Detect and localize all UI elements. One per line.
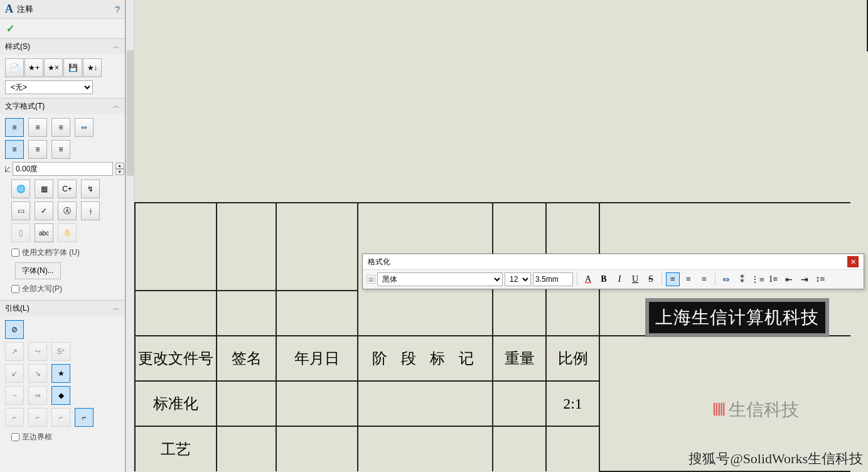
edit-text-content[interactable]: 上海生信计算机科技 bbox=[655, 308, 819, 327]
fit-width-icon[interactable]: ⇔ bbox=[75, 118, 94, 137]
chevron-up-icon: ︿ bbox=[113, 101, 120, 112]
drawing-canvas[interactable]: 更改文件号 签名 年月日 阶 段 标 记 重量 比例 标准化 2:1 工艺 \\… bbox=[134, 0, 868, 472]
arrow1-icon: → bbox=[5, 386, 24, 405]
annotation-icon: A bbox=[5, 3, 13, 16]
jog4-icon[interactable]: ⌐ bbox=[75, 408, 94, 427]
arrow3-icon[interactable]: ◆ bbox=[51, 386, 70, 405]
cell-change-doc: 更改文件号 bbox=[135, 336, 217, 381]
angle-input[interactable] bbox=[13, 162, 113, 176]
section-style-head[interactable]: 样式(S) ︿ bbox=[0, 39, 125, 55]
color-icon[interactable]: A bbox=[581, 272, 595, 286]
section-textformat-title: 文字格式(T) bbox=[5, 101, 45, 112]
property-panel: A 注释 ? ✓ 样式(S) ︿ 📄 ★+ ★× 💾 ★↓ <无> 文字格式(T… bbox=[0, 0, 126, 472]
style-load-icon[interactable]: ★↓ bbox=[83, 58, 102, 77]
to-border-checkbox[interactable]: 至边界框 bbox=[5, 430, 120, 444]
ok-button[interactable]: ✓ bbox=[6, 23, 14, 34]
align-right-icon[interactable]: ≡ bbox=[51, 118, 70, 137]
cell-weight: 重量 bbox=[493, 336, 546, 381]
scrollbar-thumb[interactable] bbox=[127, 50, 134, 176]
outdent-icon[interactable]: ⇤ bbox=[782, 272, 796, 286]
link-icon[interactable]: 🌐 bbox=[11, 180, 30, 198]
bold-icon[interactable]: B bbox=[597, 272, 611, 286]
arrow2-icon: ⇒ bbox=[28, 386, 47, 405]
valign-bottom-icon[interactable]: ≡ bbox=[51, 140, 70, 159]
add-symbol-icon[interactable]: C+ bbox=[58, 180, 77, 198]
cell-scale: 比例 bbox=[546, 336, 599, 381]
leader-bent-icon: ⤳ bbox=[28, 342, 47, 361]
jog1-icon: ⌐ bbox=[5, 408, 24, 427]
abc-icon[interactable]: abc bbox=[35, 223, 53, 242]
align-center-icon[interactable]: ≡ bbox=[28, 118, 47, 137]
font-select[interactable]: 黑体 bbox=[377, 272, 503, 286]
cell-standardize: 标准化 bbox=[135, 381, 217, 426]
ruler-icon[interactable]: ⟊ bbox=[81, 201, 100, 220]
cell-scale-value: 2:1 bbox=[546, 381, 599, 426]
text-edit-box[interactable]: 上海生信计算机科技 bbox=[645, 298, 829, 337]
spellcheck-icon[interactable]: ✓ bbox=[35, 201, 53, 220]
watermark-text: 搜狐号@SolidWorks生信科技 bbox=[689, 449, 863, 468]
section-leader: 引线(L) ︿ ⊘ ↗ ⤳ Sˣ ↙ ↘ ★ → ⇒ ◆ ⌐ ⌐ bbox=[0, 300, 125, 448]
justify-center-icon[interactable]: ≡ bbox=[682, 272, 695, 286]
style-save-icon[interactable]: 💾 bbox=[63, 58, 82, 77]
jog3-icon: ⌐ bbox=[51, 408, 70, 427]
leader-straight-icon: ↗ bbox=[5, 342, 24, 361]
section-text-format: 文字格式(T) ︿ ≡ ≡ ≡ ⇔ ≡ ≡ ≡ ⟀ ▴ ▾ bbox=[0, 98, 125, 300]
valign-top-icon[interactable]: ≡ bbox=[5, 140, 24, 159]
logo-lines-icon: \\\\\ bbox=[709, 400, 726, 420]
panel-title: 注释 bbox=[17, 4, 115, 15]
section-leader-title: 引线(L) bbox=[5, 303, 29, 314]
font-a-icon[interactable]: Ⓐ bbox=[58, 201, 77, 220]
number-icon[interactable]: 1≡ bbox=[766, 272, 780, 286]
justify-left-icon[interactable]: ≡ bbox=[666, 272, 680, 286]
fit-icon[interactable]: ⇔ bbox=[719, 272, 733, 286]
help-icon[interactable]: ? bbox=[115, 4, 120, 14]
leader-right-icon: ↘ bbox=[28, 364, 47, 383]
section-leader-head[interactable]: 引线(L) ︿ bbox=[0, 301, 125, 316]
cell-date: 年月日 bbox=[276, 336, 358, 381]
align-left-icon[interactable]: ≡ bbox=[5, 118, 24, 137]
cell-stage-mark: 阶 段 标 记 bbox=[358, 336, 493, 381]
font-button[interactable]: 字体(N)... bbox=[15, 262, 61, 279]
watermark-logo: \\\\\ 生信科技 bbox=[712, 398, 799, 422]
leader-left-icon: ↙ bbox=[5, 364, 24, 383]
anchor-icon[interactable]: ↯ bbox=[81, 180, 100, 198]
angle-up-icon[interactable]: ▴ bbox=[115, 163, 124, 169]
italic-icon[interactable]: I bbox=[613, 272, 626, 286]
close-icon[interactable]: ✕ bbox=[847, 256, 859, 267]
all-caps-checkbox[interactable]: 全部大写(P) bbox=[5, 282, 120, 296]
justify-right-icon[interactable]: ≡ bbox=[697, 272, 711, 286]
cell-signature: 签名 bbox=[217, 336, 276, 381]
panel-scrollbar[interactable] bbox=[126, 0, 134, 472]
strikethrough-icon[interactable]: S bbox=[644, 272, 658, 286]
leader-auto-icon[interactable]: ★ bbox=[51, 364, 70, 383]
stack-icon[interactable]: ⁑ bbox=[735, 272, 749, 286]
underline-icon[interactable]: U bbox=[628, 272, 642, 286]
indent-icon[interactable]: ⇥ bbox=[798, 272, 812, 286]
cell-process: 工艺 bbox=[135, 426, 217, 471]
logo-text: 生信科技 bbox=[729, 398, 799, 422]
confirm-row: ✓ bbox=[0, 19, 125, 38]
bullet-icon[interactable]: ⋮≡ bbox=[751, 272, 764, 286]
chevron-up-icon: ︿ bbox=[113, 303, 120, 314]
doc-icon: ▤ bbox=[367, 275, 375, 284]
chevron-up-icon: ︿ bbox=[113, 41, 120, 52]
style-add-icon[interactable]: ★+ bbox=[24, 58, 43, 77]
size-select[interactable]: 12 bbox=[505, 272, 531, 286]
use-doc-font-checkbox[interactable]: 使用文档字体 (U) bbox=[5, 245, 120, 260]
leader-none-icon[interactable]: ⊘ bbox=[5, 320, 24, 339]
style-remove-icon[interactable]: ★× bbox=[44, 58, 63, 77]
style-dropdown[interactable]: <无> bbox=[5, 80, 93, 94]
leader-spline-icon: Sˣ bbox=[51, 342, 70, 361]
format-toolbar: 格式化 ✕ ▤ 黑体 12 A B I U S ≡ ≡ ≡ ⇔ ⁑ ⋮≡ 1≡ … bbox=[362, 254, 864, 289]
textbox-icon[interactable]: ▭ bbox=[11, 201, 30, 220]
section-textformat-head[interactable]: 文字格式(T) ︿ bbox=[0, 99, 125, 114]
format-title: 格式化 bbox=[368, 257, 390, 267]
section-style: 样式(S) ︿ 📄 ★+ ★× 💾 ★↓ <无> bbox=[0, 38, 125, 98]
hand-icon: ✋ bbox=[58, 223, 77, 242]
angle-down-icon[interactable]: ▾ bbox=[115, 169, 124, 175]
table-icon[interactable]: ▦ bbox=[35, 180, 53, 198]
valign-middle-icon[interactable]: ≡ bbox=[28, 140, 47, 159]
linespacing-icon[interactable]: ↕≡ bbox=[813, 272, 827, 286]
style-apply-icon[interactable]: 📄 bbox=[5, 58, 24, 77]
height-input[interactable] bbox=[533, 272, 573, 286]
